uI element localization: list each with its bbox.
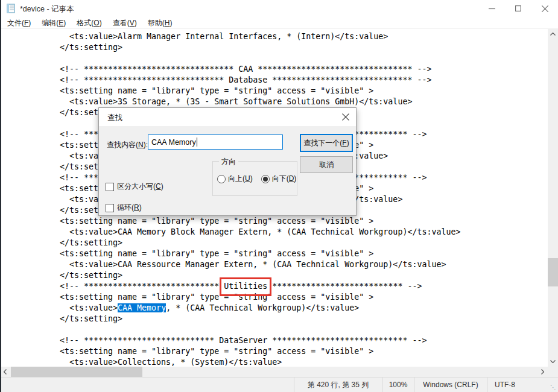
code-line: </ts:setting> <box>60 238 548 248</box>
status-spacer <box>0 378 294 392</box>
status-encoding: UTF-8 <box>487 378 558 392</box>
maximize-button[interactable] <box>505 0 531 17</box>
find-dialog-close-button[interactable] <box>335 108 356 126</box>
menu-help[interactable]: 帮助(H) <box>142 17 178 29</box>
window-title: *device - 记事本 <box>20 4 74 14</box>
code-line: <ts:value>3S Storage, * (3S - Smart Soft… <box>60 96 548 107</box>
status-bar: 第 420 行, 第 35 列 100% Windows (CRLF) UTF-… <box>0 377 558 392</box>
code-line: <ts:setting name = "library" type = "str… <box>60 86 548 96</box>
code-line: <!-- ******************************* CAA… <box>60 64 548 75</box>
menu-file[interactable]: 文件(F) <box>2 17 36 29</box>
menu-edit[interactable]: 编辑(E) <box>36 17 71 29</box>
code-line: <ts:value>Alarm Manager Internal Interfa… <box>60 31 548 42</box>
notepad-icon <box>6 4 16 13</box>
vertical-scrollbar[interactable] <box>548 29 558 367</box>
close-button[interactable] <box>531 0 558 17</box>
code-line: <!-- ***************************** Datab… <box>60 75 548 86</box>
wrap-around-checkbox-icon <box>106 204 114 212</box>
window-left-border <box>0 0 1 392</box>
vertical-scroll-thumb[interactable] <box>548 258 558 286</box>
scroll-left-icon[interactable] <box>0 367 10 377</box>
code-line: <ts:setting name = "library" type = "str… <box>60 216 548 227</box>
text-caret <box>197 138 197 147</box>
radio-down-label: 向下(D) <box>272 174 297 184</box>
find-dialog-titlebar: 查找 <box>99 108 356 126</box>
wrap-around-label: 循环(R) <box>117 203 142 213</box>
code-line: <ts:value>CAA Ressource Manager Extern, … <box>60 259 548 270</box>
scroll-up-icon[interactable] <box>548 29 558 39</box>
code-line: </ts:setting> <box>60 270 548 281</box>
status-line-ending: Windows (CRLF) <box>414 378 487 392</box>
code-line: <ts:value>Collections, * (System)</ts:va… <box>60 357 548 367</box>
code-line: <ts:setting name = "library" type = "str… <box>60 248 548 259</box>
code-line: <!-- *************************** DataSer… <box>60 335 548 346</box>
radio-down-icon <box>261 175 270 183</box>
horizontal-scrollbar[interactable] <box>0 367 548 377</box>
scroll-right-icon[interactable] <box>537 367 548 377</box>
status-line-col: 第 420 行, 第 35 列 <box>294 378 382 392</box>
find-input-value: CAA Memory <box>151 138 196 147</box>
find-dialog: 查找 查找内容(N): CAA Memory 查找下一个(F) 取消 方向 向上… <box>98 107 357 216</box>
maximize-icon <box>515 5 521 11</box>
red-annotation-box: Utilities <box>219 281 272 292</box>
cancel-button[interactable]: 取消 <box>300 156 353 173</box>
wrap-around-checkbox[interactable]: 循环(R) <box>106 203 142 213</box>
code-line <box>60 324 548 335</box>
find-next-button[interactable]: 查找下一个(F) <box>300 134 353 152</box>
scrollbar-corner <box>548 367 558 377</box>
radio-up-label: 向上(U) <box>228 174 253 184</box>
title-bar: *device - 记事本 <box>0 0 558 17</box>
minimize-icon <box>489 5 495 12</box>
close-icon <box>542 5 548 12</box>
menu-format[interactable]: 格式(O) <box>71 17 107 29</box>
resize-grip-icon[interactable]: ⋱ <box>550 385 556 391</box>
direction-group: 方向 向上(U) 向下(D) <box>212 161 297 196</box>
menu-bar: 文件(F) 编辑(E) 格式(O) 查看(V) 帮助(H) <box>0 17 558 29</box>
match-case-label: 区分大小写(C) <box>117 182 163 192</box>
find-input[interactable]: CAA Memory <box>148 134 283 150</box>
code-line <box>60 53 548 64</box>
code-line: </ts:setting> <box>60 314 548 324</box>
radio-direction-down[interactable]: 向下(D) <box>261 174 297 184</box>
selected-text: CAA Memory <box>118 303 166 312</box>
find-what-label: 查找内容(N): <box>107 140 148 150</box>
code-line: <ts:value>CAA Memory Block Manager Exter… <box>60 227 548 238</box>
code-line: <ts:value>CAA Memory, * (CAA Technical W… <box>60 303 548 314</box>
find-dialog-title: 查找 <box>107 113 122 123</box>
code-line: <ts:setting name = "library" type = "str… <box>60 292 548 303</box>
close-icon <box>342 113 349 121</box>
radio-direction-up[interactable]: 向上(U) <box>217 174 253 184</box>
direction-group-label: 方向 <box>219 157 238 167</box>
menu-view[interactable]: 查看(V) <box>107 17 142 29</box>
scroll-down-icon[interactable] <box>548 356 558 367</box>
match-case-checkbox[interactable]: 区分大小写(C) <box>106 182 163 192</box>
notepad-window: *device - 记事本 文件(F) 编辑(E) 格式(O) 查看(V) 帮助… <box>0 0 558 392</box>
minimize-button[interactable] <box>478 0 505 17</box>
code-line: <ts:setting name = "library" type = "str… <box>60 346 548 357</box>
status-zoom-level: 100% <box>382 378 414 392</box>
match-case-checkbox-icon <box>106 183 114 191</box>
horizontal-scroll-thumb[interactable] <box>11 367 142 377</box>
code-line: <!-- **************************** Utilit… <box>60 281 548 292</box>
radio-up-icon <box>217 175 226 183</box>
code-line: </ts:setting> <box>60 42 548 53</box>
